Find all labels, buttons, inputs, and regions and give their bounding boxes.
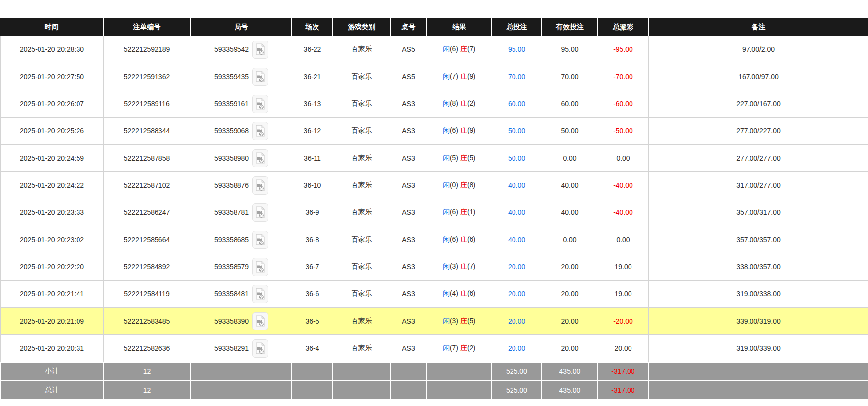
- round-wrap: 593358481: [214, 285, 268, 303]
- payout-cell: -70.00: [598, 63, 648, 90]
- banker-score: (1): [467, 208, 475, 216]
- payout-cell: 0.00: [598, 145, 648, 172]
- round-number: 593358980: [214, 154, 249, 162]
- summary-label-cell: 小计: [0, 362, 103, 381]
- video-replay-button[interactable]: [252, 68, 268, 86]
- summary-result-cell: [427, 362, 492, 381]
- round-cell: 593358481: [191, 281, 292, 308]
- video-replay-icon: [255, 234, 265, 245]
- result-cell: 闲(6) 庄(7): [427, 36, 492, 63]
- round-wrap: 593358291: [214, 339, 268, 358]
- result-text: 闲(3) 庄(5): [443, 317, 475, 325]
- table-row[interactable]: 2025-01-20 20:21:41522212584119593358481…: [0, 281, 868, 308]
- result-cell: 闲(3) 庄(5): [427, 308, 492, 335]
- video-replay-button[interactable]: [252, 149, 268, 167]
- header-row: 时间注单编号局号场次游戏类别桌号结果总投注有效投注总派彩备注: [0, 18, 868, 36]
- remark-cell: 357.00/357.00: [648, 226, 868, 253]
- banker-score: (5): [467, 154, 475, 162]
- player-score: (6): [450, 45, 458, 53]
- video-replay-icon: [255, 342, 265, 354]
- player-score: (4): [450, 289, 458, 297]
- video-replay-icon: [255, 179, 265, 191]
- table-row[interactable]: 2025-01-20 20:26:07522212589116593359161…: [0, 90, 868, 118]
- table-row[interactable]: 2025-01-20 20:24:22522212587102593358876…: [0, 172, 868, 199]
- summary-round-cell: [191, 381, 292, 400]
- table-no-cell: AS3: [391, 335, 427, 363]
- round-cell: 593359068: [191, 118, 292, 145]
- grand-total-row: 总计12525.00435.00-317.00: [0, 381, 868, 400]
- table-row[interactable]: 2025-01-20 20:25:26522212588344593359068…: [0, 118, 868, 145]
- session-cell: 36-10: [292, 172, 333, 199]
- round-wrap: 593358390: [214, 312, 268, 330]
- remark-cell: 319.00/339.00: [648, 335, 868, 363]
- time-cell: 2025-01-20 20:25:26: [0, 118, 103, 145]
- total-bet-cell: 50.00: [492, 145, 542, 172]
- valid-bet-cell: 0.00: [542, 226, 598, 253]
- col-header-round: 局号: [191, 18, 292, 36]
- table-row[interactable]: 2025-01-20 20:23:33522212586247593358781…: [0, 199, 868, 226]
- banker-label: 庄: [460, 289, 467, 297]
- result-text: 闲(3) 庄(7): [443, 262, 475, 270]
- table-no-cell: AS3: [391, 253, 427, 281]
- summary-result-cell: [427, 381, 492, 400]
- session-cell: 36-6: [292, 281, 333, 308]
- time-cell: 2025-01-20 20:22:20: [0, 253, 103, 281]
- session-cell: 36-11: [292, 145, 333, 172]
- remark-cell: 319.00/338.00: [648, 281, 868, 308]
- time-cell: 2025-01-20 20:28:30: [0, 36, 103, 63]
- video-replay-icon: [255, 261, 265, 273]
- bet-id-cell: 522212587102: [103, 172, 191, 199]
- video-replay-button[interactable]: [252, 258, 268, 276]
- video-replay-button[interactable]: [252, 176, 268, 195]
- bet-id-cell: 522212585664: [103, 226, 191, 253]
- video-replay-button[interactable]: [252, 339, 268, 358]
- video-replay-button[interactable]: [252, 203, 268, 222]
- result-text: 闲(0) 庄(8): [443, 181, 475, 189]
- summary-remark-cell: [648, 362, 868, 381]
- total-bet-cell: 95.00: [492, 36, 542, 63]
- player-label: 闲: [443, 72, 450, 80]
- bet-id-cell: 522212583485: [103, 308, 191, 335]
- bet-id-cell: 522212584119: [103, 281, 191, 308]
- video-replay-button[interactable]: [252, 122, 268, 140]
- video-replay-button[interactable]: [252, 95, 268, 113]
- valid-bet-cell: 95.00: [542, 36, 598, 63]
- summary-game-type-cell: [333, 381, 391, 400]
- time-cell: 2025-01-20 20:24:22: [0, 172, 103, 199]
- valid-bet-cell: 20.00: [542, 253, 598, 281]
- col-header-valid-bet: 有效投注: [542, 18, 598, 36]
- table-row[interactable]: 2025-01-20 20:28:30522212592189593359542…: [0, 36, 868, 63]
- game-type-cell: 百家乐: [333, 118, 391, 145]
- table-row[interactable]: 2025-01-20 20:23:02522212585664593358685…: [0, 226, 868, 253]
- session-cell: 36-9: [292, 199, 333, 226]
- table-row[interactable]: 2025-01-20 20:20:31522212582636593358291…: [0, 335, 868, 363]
- round-number: 593358579: [214, 263, 249, 271]
- round-number: 593358876: [214, 181, 249, 189]
- session-cell: 36-5: [292, 308, 333, 335]
- video-replay-button[interactable]: [252, 41, 268, 59]
- game-type-cell: 百家乐: [333, 335, 391, 363]
- result-cell: 闲(7) 庄(9): [427, 63, 492, 90]
- banker-label: 庄: [460, 126, 467, 134]
- remark-cell: 167.00/97.00: [648, 63, 868, 90]
- remark-cell: 97.00/2.00: [648, 36, 868, 63]
- summary-total-bet-cell: 525.00: [492, 362, 542, 381]
- table-row[interactable]: 2025-01-20 20:24:59522212587858593358980…: [0, 145, 868, 172]
- video-replay-button[interactable]: [252, 312, 268, 330]
- round-cell: 593358781: [191, 199, 292, 226]
- video-replay-button[interactable]: [252, 231, 268, 249]
- video-replay-button[interactable]: [252, 285, 268, 303]
- round-number: 593358781: [214, 208, 249, 216]
- player-score: (3): [450, 317, 458, 325]
- session-cell: 36-22: [292, 36, 333, 63]
- table-row[interactable]: 2025-01-20 20:22:20522212584892593358579…: [0, 253, 868, 281]
- remark-cell: 338.00/357.00: [648, 253, 868, 281]
- table-row[interactable]: 2025-01-20 20:27:50522212591362593359435…: [0, 63, 868, 90]
- bet-id-cell: 522212582636: [103, 335, 191, 363]
- valid-bet-cell: 0.00: [542, 145, 598, 172]
- result-text: 闲(6) 庄(1): [443, 208, 475, 216]
- session-cell: 36-8: [292, 226, 333, 253]
- table-row[interactable]: 2025-01-20 20:21:09522212583485593358390…: [0, 308, 868, 335]
- banker-score: (2): [467, 99, 475, 107]
- summary-valid-bet-cell: 435.00: [542, 381, 598, 400]
